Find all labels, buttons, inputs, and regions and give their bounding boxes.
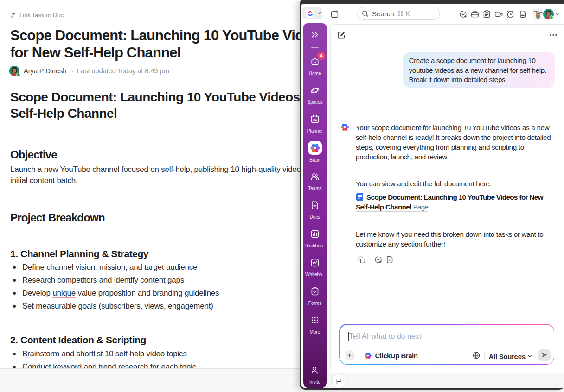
- svg-text:31: 31: [313, 118, 317, 122]
